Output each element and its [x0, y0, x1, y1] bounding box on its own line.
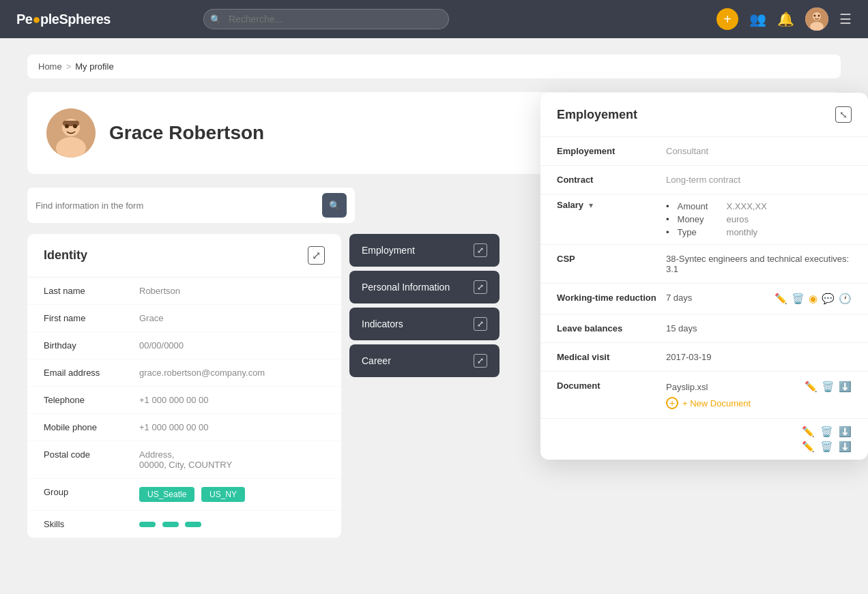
identity-title: Identity: [44, 248, 87, 263]
delete-icon-working-time[interactable]: 🗑️: [792, 293, 805, 305]
field-value-firstname: Grace: [139, 313, 325, 323]
field-label-lastname: Last name: [44, 286, 139, 296]
breadcrumb-separator: >: [66, 61, 72, 72]
field-label-telephone: Telephone: [44, 395, 139, 405]
field-label-firstname: First name: [44, 313, 139, 323]
delete-icon-document[interactable]: 🗑️: [822, 381, 835, 393]
breadcrumb: Home > My profile: [27, 55, 841, 78]
salary-type-val: monthly: [727, 227, 758, 237]
emp-label-working-time: Working-time reduction: [557, 293, 666, 303]
tag-skill3[interactable]: [185, 522, 201, 527]
download-icon-extra1[interactable]: ⬇️: [839, 426, 852, 438]
nav-search-input[interactable]: [203, 9, 449, 29]
menu-icon[interactable]: ☰: [839, 11, 852, 27]
emp-value-csp: 38-Syntec engineers and technical execut…: [666, 254, 852, 274]
employment-popup-close[interactable]: ⤡: [835, 106, 852, 123]
field-value-postal: Address,00000, City, COUNTRY: [139, 449, 325, 470]
emp-row-salary: Salary ▾ • Amount X.XXX,XX • Money euros: [540, 194, 868, 245]
employment-expand-icon: ⤢: [474, 243, 487, 257]
delete-icon-extra2[interactable]: 🗑️: [820, 441, 833, 453]
breadcrumb-home[interactable]: Home: [38, 61, 62, 72]
emp-label-medical-visit: Medical visit: [557, 352, 666, 362]
form-search-bar: 🔍: [27, 188, 355, 223]
field-value-email: grace.robertson@company.com: [139, 368, 325, 378]
emp-label-leave-balances: Leave balances: [557, 323, 666, 333]
salary-details: • Amount X.XXX,XX • Money euros • Type m…: [666, 200, 852, 239]
extra-icon-line-1: ✏️ 🗑️ ⬇️: [557, 426, 852, 438]
emp-value-contract: Long-term contract: [666, 175, 852, 185]
download-icon-extra2[interactable]: ⬇️: [839, 441, 852, 453]
field-value-telephone: +1 000 000 00 00: [139, 395, 325, 405]
emp-value-working-time: 7 days: [666, 293, 775, 303]
add-button[interactable]: +: [717, 8, 738, 30]
search-icon: 🔍: [329, 201, 341, 211]
top-navigation: Pe●pleSpheres 🔍 + 👥 🔔: [0, 0, 868, 38]
salary-money-val: euros: [727, 214, 749, 224]
download-icon-document[interactable]: ⬇️: [839, 381, 852, 393]
salary-type-key: Type: [678, 227, 719, 237]
svg-point-3: [814, 15, 816, 17]
app-logo: Pe●pleSpheres: [16, 12, 111, 27]
emp-row-employment: Employement Consultant: [540, 137, 868, 166]
plus-circle-icon: +: [666, 397, 678, 409]
user-avatar-nav[interactable]: [805, 8, 828, 31]
identity-expand-icon[interactable]: ⤢: [308, 246, 325, 265]
edit-icon-working-time[interactable]: ✏️: [775, 293, 787, 305]
extra-icons-area: ✏️ 🗑️ ⬇️ ✏️ 🗑️ ⬇️: [540, 419, 868, 460]
identity-card: Identity ⤢ Last name Robertson First nam…: [27, 234, 341, 538]
form-search-input[interactable]: [35, 201, 315, 211]
career-label: Career: [362, 355, 391, 366]
emp-label-salary: Salary: [557, 200, 583, 210]
edit-icon-extra2[interactable]: ✏️: [802, 441, 815, 453]
field-value-birthday: 00/00/0000: [139, 340, 325, 351]
form-search-button[interactable]: 🔍: [322, 193, 347, 218]
employment-label: Employment: [362, 245, 415, 256]
emp-value-document: Payslip.xsl: [666, 382, 798, 392]
sidebar-item-personal-info[interactable]: Personal Information ⤢: [349, 271, 500, 303]
emp-row-document: Document Payslip.xsl ✏️ 🗑️ ⬇️ + + New Do…: [540, 372, 868, 419]
salary-chevron-icon[interactable]: ▾: [589, 201, 593, 210]
nav-search-wrapper: 🔍: [203, 9, 449, 29]
delete-icon-extra1[interactable]: 🗑️: [820, 426, 833, 438]
employment-popup-header: Employement ⤡: [540, 93, 868, 137]
identity-header: Identity ⤢: [27, 234, 341, 278]
field-label-birthday: Birthday: [44, 340, 139, 351]
edit-icon-document[interactable]: ✏️: [805, 381, 818, 393]
sidebar-item-indicators[interactable]: Indicators ⤢: [349, 308, 500, 340]
tag-skill2[interactable]: [162, 522, 179, 527]
bell-icon[interactable]: 🔔: [777, 11, 794, 27]
salary-amount-key: Amount: [678, 201, 719, 211]
users-icon[interactable]: 👥: [749, 11, 766, 27]
sidebar-item-employment[interactable]: Employment ⤢: [349, 234, 500, 267]
new-document-button[interactable]: + + New Document: [666, 397, 852, 409]
tag-us-ny[interactable]: US_NY: [201, 487, 245, 502]
emp-row-contract: Contract Long-term contract: [540, 166, 868, 194]
comment-icon-working-time[interactable]: 💬: [822, 293, 835, 305]
sidebar-item-career[interactable]: Career ⤢: [349, 344, 500, 377]
field-label-group: Group: [44, 487, 139, 497]
emp-row-working-time: Working-time reduction 7 days ✏️ 🗑️ ◉ 💬 …: [540, 284, 868, 314]
working-time-actions: ✏️ 🗑️ ◉ 💬 🕐: [775, 293, 852, 305]
emp-value-employment: Consultant: [666, 146, 852, 156]
emp-row-csp: CSP 38-Syntec engineers and technical ex…: [540, 245, 868, 284]
profile-name: Grace Robertson: [109, 122, 264, 144]
view-icon-working-time[interactable]: ◉: [809, 293, 818, 305]
indicators-label: Indicators: [362, 318, 403, 329]
emp-row-leave-balances: Leave balances 15 days: [540, 314, 868, 343]
extra-icon-line-2: ✏️ 🗑️ ⬇️: [557, 441, 852, 453]
tag-skill1[interactable]: [139, 522, 156, 527]
tag-us-seatle[interactable]: US_Seatle: [139, 487, 194, 502]
table-row: Last name Robertson: [27, 278, 341, 305]
table-row: Postal code Address,00000, City, COUNTRY: [27, 441, 341, 479]
salary-money-key: Money: [678, 214, 719, 224]
emp-row-medical-visit: Medical visit 2017-03-19: [540, 343, 868, 372]
personal-info-expand-icon: ⤢: [474, 280, 487, 294]
emp-label-contract: Contract: [557, 175, 666, 185]
table-row: Telephone +1 000 000 00 00: [27, 387, 341, 414]
field-label-postal: Postal code: [44, 449, 139, 460]
personal-info-label: Personal Information: [362, 282, 450, 293]
edit-icon-extra1[interactable]: ✏️: [802, 426, 815, 438]
field-value-mobile: +1 000 000 00 00: [139, 422, 325, 432]
svg-point-4: [818, 15, 820, 17]
clock-icon-working-time[interactable]: 🕐: [839, 293, 852, 305]
